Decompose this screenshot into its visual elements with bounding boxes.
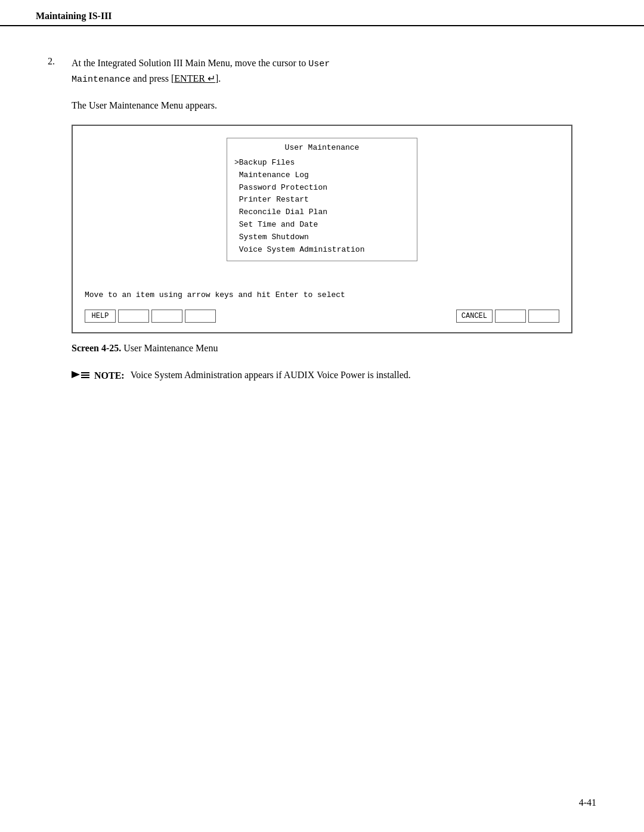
- header-title: Maintaining IS-III: [36, 11, 112, 21]
- terminal-box: User Maintenance >Backup Files Maintenan…: [72, 125, 572, 333]
- menu-item-7: Voice System Administration: [234, 244, 410, 256]
- note-section: NOTE: Voice System Administration appear…: [72, 368, 572, 383]
- page-number: 4-41: [579, 797, 596, 808]
- sub-text: The User Maintenance Menu appears.: [72, 98, 596, 113]
- step-text-and: and press [: [131, 73, 174, 83]
- note-icon: NOTE:: [72, 368, 125, 383]
- empty-button-3[interactable]: [185, 310, 216, 323]
- step-2: 2. At the Integrated Solution III Main M…: [48, 56, 596, 86]
- terminal-title: User Maintenance: [234, 143, 410, 152]
- note-svg-icon: [72, 369, 89, 381]
- svg-rect-2: [81, 375, 89, 376]
- step-text: At the Integrated Solution III Main Menu…: [72, 56, 330, 86]
- step-code2: Maintenance: [72, 75, 131, 85]
- terminal-status: Move to an item using arrow keys and hit…: [85, 290, 345, 299]
- caption-text: User Maintenance Menu: [121, 343, 218, 353]
- menu-item-0: >Backup Files: [234, 157, 410, 169]
- enter-key: ENTER ↵: [174, 73, 215, 83]
- menu-item-1: Maintenance Log: [234, 169, 410, 182]
- menu-item-3: Printer Restart: [234, 194, 410, 206]
- screen-caption: Screen 4-25. User Maintenance Menu: [72, 343, 572, 354]
- svg-rect-3: [81, 377, 89, 378]
- step-text-after: ].: [215, 73, 221, 83]
- help-button[interactable]: HELP: [85, 310, 116, 323]
- note-label: NOTE:: [94, 370, 125, 381]
- menu-item-6: System Shutdown: [234, 231, 410, 244]
- menu-item-4: Reconcile Dial Plan: [234, 206, 410, 219]
- empty-button-5[interactable]: [528, 310, 559, 323]
- svg-rect-1: [81, 372, 89, 373]
- note-text: Voice System Administration appears if A…: [131, 368, 411, 382]
- terminal-inner: User Maintenance >Backup Files Maintenan…: [227, 138, 417, 261]
- sub-text-content: The User Maintenance Menu appears.: [72, 100, 217, 110]
- cancel-button[interactable]: CANCEL: [456, 310, 493, 323]
- svg-marker-0: [72, 371, 80, 378]
- empty-button-1[interactable]: [118, 310, 149, 323]
- empty-button-2[interactable]: [151, 310, 182, 323]
- page-header: Maintaining IS-III: [0, 0, 644, 26]
- caption-label: Screen 4-25.: [72, 343, 121, 353]
- page-content: 2. At the Integrated Solution III Main M…: [0, 26, 644, 407]
- step-code1: User: [308, 59, 330, 69]
- empty-button-4[interactable]: [495, 310, 526, 323]
- menu-item-5: Set Time and Date: [234, 219, 410, 231]
- menu-item-2: Password Protection: [234, 182, 410, 194]
- note-arrow-icon: [72, 369, 89, 383]
- step-text-before: At the Integrated Solution III Main Menu…: [72, 58, 308, 68]
- terminal-buttons: HELP CANCEL: [85, 310, 559, 323]
- step-number: 2.: [48, 56, 72, 86]
